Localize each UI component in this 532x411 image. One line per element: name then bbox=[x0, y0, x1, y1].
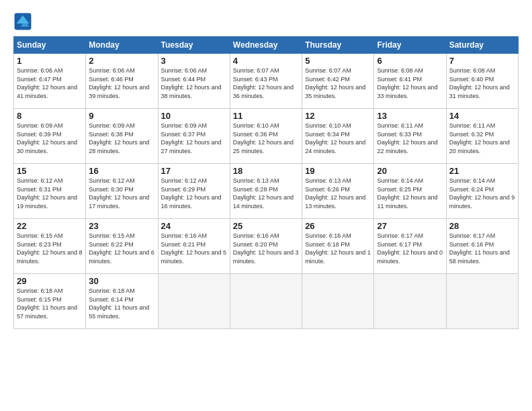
day-number: 11 bbox=[233, 111, 299, 121]
calendar-cell: 1Sunrise: 6:06 AMSunset: 6:47 PMDaylight… bbox=[14, 54, 86, 109]
day-number: 20 bbox=[377, 166, 443, 176]
calendar-cell: 27Sunrise: 6:17 AMSunset: 6:17 PMDayligh… bbox=[374, 219, 446, 274]
day-number: 10 bbox=[161, 111, 227, 121]
day-number: 24 bbox=[161, 221, 227, 231]
calendar-header-row: SundayMondayTuesdayWednesdayThursdayFrid… bbox=[14, 37, 519, 54]
day-info: Sunrise: 6:11 AMSunset: 6:33 PMDaylight:… bbox=[377, 122, 443, 155]
calendar-cell: 5Sunrise: 6:07 AMSunset: 6:42 PMDaylight… bbox=[302, 54, 374, 109]
day-info: Sunrise: 6:12 AMSunset: 6:31 PMDaylight:… bbox=[17, 177, 83, 210]
day-header-saturday: Saturday bbox=[446, 37, 518, 54]
day-number: 8 bbox=[17, 111, 83, 121]
day-info: Sunrise: 6:08 AMSunset: 6:40 PMDaylight:… bbox=[449, 66, 515, 100]
day-info: Sunrise: 6:08 AMSunset: 6:41 PMDaylight:… bbox=[377, 66, 443, 100]
calendar-cell: 25Sunrise: 6:16 AMSunset: 6:20 PMDayligh… bbox=[230, 219, 302, 274]
day-info: Sunrise: 6:16 AMSunset: 6:18 PMDaylight:… bbox=[305, 232, 371, 265]
calendar-cell: 17Sunrise: 6:12 AMSunset: 6:29 PMDayligh… bbox=[158, 164, 230, 219]
day-number: 30 bbox=[89, 276, 154, 286]
day-number: 15 bbox=[17, 166, 83, 176]
day-number: 14 bbox=[449, 111, 515, 121]
calendar-cell: 4Sunrise: 6:07 AMSunset: 6:43 PMDaylight… bbox=[230, 54, 302, 109]
day-number: 9 bbox=[89, 111, 154, 121]
calendar-cell: 20Sunrise: 6:14 AMSunset: 6:25 PMDayligh… bbox=[374, 164, 446, 219]
calendar-cell: 6Sunrise: 6:08 AMSunset: 6:41 PMDaylight… bbox=[374, 54, 446, 109]
calendar-cell: 14Sunrise: 6:11 AMSunset: 6:32 PMDayligh… bbox=[446, 109, 518, 164]
day-info: Sunrise: 6:15 AMSunset: 6:23 PMDaylight:… bbox=[17, 232, 83, 265]
calendar-cell: 8Sunrise: 6:09 AMSunset: 6:39 PMDaylight… bbox=[14, 109, 86, 164]
day-info: Sunrise: 6:17 AMSunset: 6:16 PMDaylight:… bbox=[449, 232, 515, 265]
day-number: 21 bbox=[449, 166, 515, 176]
calendar-cell bbox=[446, 274, 518, 329]
day-number: 25 bbox=[233, 221, 299, 231]
day-header-sunday: Sunday bbox=[14, 37, 86, 54]
day-number: 19 bbox=[305, 166, 371, 176]
day-number: 26 bbox=[305, 221, 371, 231]
day-info: Sunrise: 6:09 AMSunset: 6:39 PMDaylight:… bbox=[17, 122, 83, 155]
day-info: Sunrise: 6:10 AMSunset: 6:34 PMDaylight:… bbox=[305, 122, 371, 155]
calendar-cell: 24Sunrise: 6:16 AMSunset: 6:21 PMDayligh… bbox=[158, 219, 230, 274]
calendar-cell: 22Sunrise: 6:15 AMSunset: 6:23 PMDayligh… bbox=[14, 219, 86, 274]
calendar-cell bbox=[230, 274, 302, 329]
week-row-3: 15Sunrise: 6:12 AMSunset: 6:31 PMDayligh… bbox=[14, 164, 519, 219]
calendar-cell: 30Sunrise: 6:18 AMSunset: 6:14 PMDayligh… bbox=[86, 274, 158, 329]
day-number: 27 bbox=[377, 221, 443, 231]
calendar-cell: 23Sunrise: 6:15 AMSunset: 6:22 PMDayligh… bbox=[86, 219, 158, 274]
page: SundayMondayTuesdayWednesdayThursdayFrid… bbox=[0, 0, 532, 336]
day-info: Sunrise: 6:06 AMSunset: 6:46 PMDaylight:… bbox=[89, 66, 154, 100]
day-info: Sunrise: 6:12 AMSunset: 6:29 PMDaylight:… bbox=[161, 177, 227, 210]
day-header-friday: Friday bbox=[374, 37, 446, 54]
day-number: 23 bbox=[89, 221, 154, 231]
calendar-cell: 12Sunrise: 6:10 AMSunset: 6:34 PMDayligh… bbox=[302, 109, 374, 164]
calendar-cell: 9Sunrise: 6:09 AMSunset: 6:38 PMDaylight… bbox=[86, 109, 158, 164]
day-number: 22 bbox=[17, 221, 83, 231]
calendar-cell: 19Sunrise: 6:13 AMSunset: 6:26 PMDayligh… bbox=[302, 164, 374, 219]
day-header-tuesday: Tuesday bbox=[158, 37, 230, 54]
day-info: Sunrise: 6:07 AMSunset: 6:42 PMDaylight:… bbox=[305, 66, 371, 100]
day-number: 29 bbox=[17, 276, 83, 286]
day-info: Sunrise: 6:12 AMSunset: 6:30 PMDaylight:… bbox=[89, 177, 154, 210]
day-number: 16 bbox=[89, 166, 154, 176]
day-number: 3 bbox=[161, 56, 227, 66]
day-info: Sunrise: 6:17 AMSunset: 6:17 PMDaylight:… bbox=[377, 232, 443, 265]
calendar-cell: 28Sunrise: 6:17 AMSunset: 6:16 PMDayligh… bbox=[446, 219, 518, 274]
day-number: 2 bbox=[89, 56, 154, 66]
day-number: 17 bbox=[161, 166, 227, 176]
day-info: Sunrise: 6:18 AMSunset: 6:15 PMDaylight:… bbox=[17, 287, 83, 320]
day-info: Sunrise: 6:13 AMSunset: 6:26 PMDaylight:… bbox=[305, 177, 371, 210]
week-row-4: 22Sunrise: 6:15 AMSunset: 6:23 PMDayligh… bbox=[14, 219, 519, 274]
day-info: Sunrise: 6:06 AMSunset: 6:47 PMDaylight:… bbox=[17, 66, 83, 100]
calendar-cell: 10Sunrise: 6:09 AMSunset: 6:37 PMDayligh… bbox=[158, 109, 230, 164]
day-header-thursday: Thursday bbox=[302, 37, 374, 54]
calendar-cell: 26Sunrise: 6:16 AMSunset: 6:18 PMDayligh… bbox=[302, 219, 374, 274]
day-info: Sunrise: 6:13 AMSunset: 6:28 PMDaylight:… bbox=[233, 177, 299, 210]
calendar-cell bbox=[302, 274, 374, 329]
day-info: Sunrise: 6:16 AMSunset: 6:20 PMDaylight:… bbox=[233, 232, 299, 265]
calendar-cell bbox=[158, 274, 230, 329]
day-info: Sunrise: 6:09 AMSunset: 6:37 PMDaylight:… bbox=[161, 122, 227, 155]
logo bbox=[13, 12, 35, 31]
calendar-cell: 29Sunrise: 6:18 AMSunset: 6:15 PMDayligh… bbox=[14, 274, 86, 329]
week-row-5: 29Sunrise: 6:18 AMSunset: 6:15 PMDayligh… bbox=[14, 274, 519, 329]
day-info: Sunrise: 6:07 AMSunset: 6:43 PMDaylight:… bbox=[233, 66, 299, 100]
calendar-cell: 15Sunrise: 6:12 AMSunset: 6:31 PMDayligh… bbox=[14, 164, 86, 219]
day-info: Sunrise: 6:18 AMSunset: 6:14 PMDaylight:… bbox=[89, 287, 154, 320]
calendar-table: SundayMondayTuesdayWednesdayThursdayFrid… bbox=[13, 36, 519, 329]
calendar-cell: 2Sunrise: 6:06 AMSunset: 6:46 PMDaylight… bbox=[86, 54, 158, 109]
day-number: 6 bbox=[377, 56, 443, 66]
day-number: 12 bbox=[305, 111, 371, 121]
day-number: 13 bbox=[377, 111, 443, 121]
week-row-1: 1Sunrise: 6:06 AMSunset: 6:47 PMDaylight… bbox=[14, 54, 519, 109]
day-number: 5 bbox=[305, 56, 371, 66]
calendar-cell: 11Sunrise: 6:10 AMSunset: 6:36 PMDayligh… bbox=[230, 109, 302, 164]
calendar-cell: 18Sunrise: 6:13 AMSunset: 6:28 PMDayligh… bbox=[230, 164, 302, 219]
day-number: 4 bbox=[233, 56, 299, 66]
day-number: 7 bbox=[449, 56, 515, 66]
day-info: Sunrise: 6:16 AMSunset: 6:21 PMDaylight:… bbox=[161, 232, 227, 265]
calendar-cell bbox=[374, 274, 446, 329]
day-info: Sunrise: 6:09 AMSunset: 6:38 PMDaylight:… bbox=[89, 122, 154, 155]
header-row bbox=[13, 12, 519, 31]
day-info: Sunrise: 6:14 AMSunset: 6:25 PMDaylight:… bbox=[377, 177, 443, 210]
day-number: 18 bbox=[233, 166, 299, 176]
day-number: 28 bbox=[449, 221, 515, 231]
day-header-wednesday: Wednesday bbox=[230, 37, 302, 54]
day-info: Sunrise: 6:11 AMSunset: 6:32 PMDaylight:… bbox=[449, 122, 515, 155]
